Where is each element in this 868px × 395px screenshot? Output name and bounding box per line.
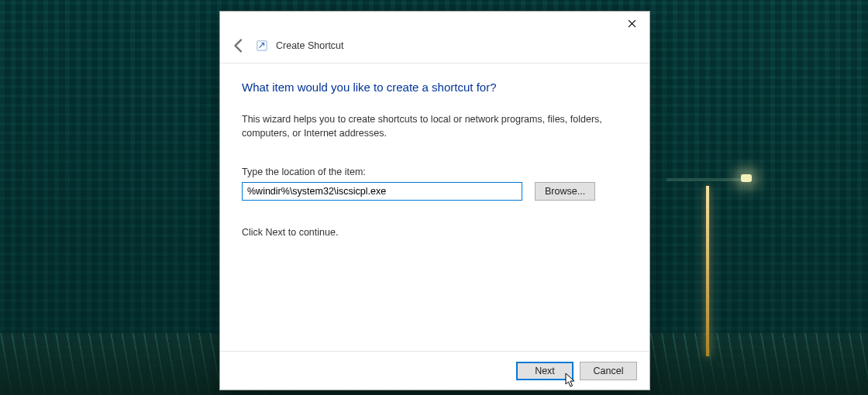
next-button[interactable]: Next bbox=[516, 362, 574, 380]
browse-button[interactable]: Browse... bbox=[535, 182, 595, 201]
wallpaper-decoration bbox=[741, 174, 752, 182]
cancel-button[interactable]: Cancel bbox=[580, 362, 637, 380]
arrow-left-icon bbox=[229, 36, 248, 55]
shortcut-icon bbox=[256, 40, 268, 52]
wallpaper-decoration bbox=[666, 178, 752, 181]
location-input[interactable] bbox=[242, 182, 522, 201]
dialog-content: What item would you like to create a sho… bbox=[220, 64, 649, 351]
dialog-header: Create Shortcut bbox=[220, 35, 649, 64]
description-text: This wizard helps you to create shortcut… bbox=[242, 112, 606, 140]
location-label: Type the location of the item: bbox=[242, 167, 628, 177]
dialog-footer: Next Cancel bbox=[220, 351, 649, 390]
close-button[interactable] bbox=[614, 12, 649, 35]
svg-rect-0 bbox=[257, 41, 267, 50]
location-row: Browse... bbox=[242, 182, 628, 201]
titlebar bbox=[220, 12, 649, 35]
hint-text: Click Next to continue. bbox=[242, 227, 628, 238]
wallpaper-decoration bbox=[706, 186, 709, 356]
create-shortcut-dialog: Create Shortcut What item would you like… bbox=[219, 11, 650, 390]
back-button[interactable] bbox=[229, 36, 248, 55]
dialog-title: Create Shortcut bbox=[276, 40, 344, 51]
close-icon bbox=[628, 19, 636, 28]
page-heading: What item would you like to create a sho… bbox=[242, 81, 628, 94]
